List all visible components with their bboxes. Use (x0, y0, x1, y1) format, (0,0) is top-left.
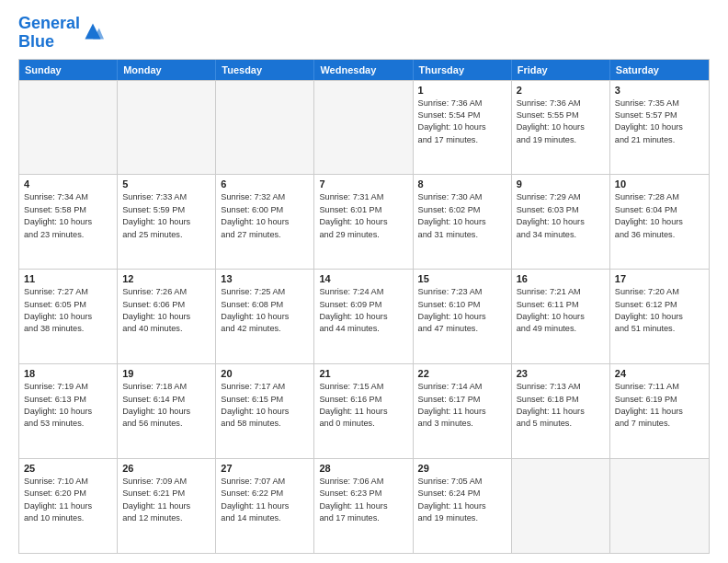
cell-line: Daylight: 10 hours (517, 311, 605, 323)
cell-line: Sunrise: 7:30 AM (418, 191, 506, 203)
cal-cell: 9Sunrise: 7:29 AMSunset: 6:03 PMDaylight… (512, 175, 610, 269)
cal-row: 25Sunrise: 7:10 AMSunset: 6:20 PMDayligh… (19, 458, 709, 553)
day-number: 19 (122, 368, 210, 379)
cal-cell: 21Sunrise: 7:15 AMSunset: 6:16 PMDayligh… (314, 364, 413, 458)
cal-cell: 18Sunrise: 7:19 AMSunset: 6:13 PMDayligh… (19, 364, 118, 458)
day-number: 29 (418, 463, 506, 474)
cell-line: and 53 minutes. (24, 418, 112, 430)
cal-cell: 29Sunrise: 7:05 AMSunset: 6:24 PMDayligh… (414, 459, 512, 553)
cal-cell: 4Sunrise: 7:34 AMSunset: 5:58 PMDaylight… (19, 175, 118, 269)
cell-line: Sunrise: 7:31 AM (319, 191, 407, 203)
day-number: 5 (122, 178, 210, 190)
cell-line: Sunrise: 7:26 AM (122, 286, 210, 298)
cell-line: and 40 minutes. (122, 323, 210, 335)
logo-icon (82, 20, 104, 42)
cell-line: and 3 minutes. (418, 418, 506, 430)
cell-line: Daylight: 10 hours (221, 216, 309, 228)
calendar-body: 1Sunrise: 7:36 AMSunset: 5:54 PMDaylight… (19, 80, 709, 553)
cell-line: Sunrise: 7:05 AM (418, 476, 506, 488)
cell-line: Sunset: 6:24 PM (418, 488, 506, 500)
cell-line: Sunset: 6:14 PM (122, 394, 210, 406)
cell-line: Daylight: 10 hours (517, 121, 605, 133)
cell-line: Sunrise: 7:23 AM (418, 286, 506, 298)
day-number: 13 (221, 273, 309, 284)
cell-line: Daylight: 10 hours (24, 406, 112, 418)
day-number: 11 (24, 273, 112, 284)
cal-cell: 3Sunrise: 7:35 AMSunset: 5:57 PMDaylight… (610, 81, 709, 175)
cell-line: and 23 minutes. (24, 229, 112, 241)
cell-line: Sunrise: 7:36 AM (418, 98, 506, 109)
cal-cell: 6Sunrise: 7:32 AMSunset: 6:00 PMDaylight… (216, 175, 314, 269)
day-number: 20 (221, 368, 309, 379)
cell-line: and 17 minutes. (418, 134, 506, 146)
cell-line: Daylight: 10 hours (319, 216, 407, 228)
cell-line: Sunset: 5:58 PM (24, 204, 112, 216)
cell-line: Sunrise: 7:13 AM (517, 381, 605, 393)
cell-line: Sunrise: 7:28 AM (615, 191, 704, 203)
cal-cell (19, 81, 118, 175)
cell-line: and 36 minutes. (615, 229, 704, 241)
cell-line: Sunset: 6:04 PM (615, 204, 704, 216)
cell-line: Sunrise: 7:19 AM (24, 381, 112, 393)
cell-line: Sunrise: 7:33 AM (122, 191, 210, 203)
cell-line: Daylight: 11 hours (24, 500, 112, 512)
cell-line: Sunset: 6:03 PM (517, 204, 605, 216)
cell-line: Sunset: 5:54 PM (418, 109, 506, 121)
cell-line: Sunset: 6:06 PM (122, 299, 210, 311)
cal-cell: 24Sunrise: 7:11 AMSunset: 6:19 PMDayligh… (610, 364, 709, 458)
cell-line: Sunset: 6:11 PM (517, 299, 605, 311)
cal-cell: 16Sunrise: 7:21 AMSunset: 6:11 PMDayligh… (512, 270, 610, 363)
cell-line: Sunrise: 7:36 AM (517, 98, 605, 109)
cal-header-cell: Saturday (610, 60, 709, 80)
day-number: 14 (319, 273, 407, 284)
cell-line: Sunset: 5:59 PM (122, 204, 210, 216)
cell-line: and 12 minutes. (122, 512, 210, 524)
day-number: 4 (24, 178, 112, 190)
cell-line: Sunset: 6:20 PM (24, 488, 112, 500)
cal-cell (216, 81, 314, 175)
cell-line: Sunrise: 7:10 AM (24, 476, 112, 488)
cal-cell: 2Sunrise: 7:36 AMSunset: 5:55 PMDaylight… (512, 81, 610, 175)
cell-line: and 42 minutes. (221, 323, 309, 335)
day-number: 3 (615, 85, 704, 96)
cell-line: Sunset: 6:16 PM (319, 394, 407, 406)
cal-header-cell: Friday (512, 60, 610, 80)
cell-line: Sunrise: 7:25 AM (221, 286, 309, 298)
cell-line: Sunset: 6:22 PM (221, 488, 309, 500)
cell-line: Daylight: 10 hours (24, 311, 112, 323)
day-number: 7 (319, 178, 407, 190)
cell-line: Daylight: 10 hours (615, 311, 704, 323)
cell-line: and 27 minutes. (221, 229, 309, 241)
cell-line: Sunset: 6:21 PM (122, 488, 210, 500)
cal-cell: 28Sunrise: 7:06 AMSunset: 6:23 PMDayligh… (314, 459, 413, 553)
cell-line: Sunset: 6:19 PM (615, 394, 704, 406)
cal-cell: 25Sunrise: 7:10 AMSunset: 6:20 PMDayligh… (19, 459, 118, 553)
cell-line: Daylight: 11 hours (517, 406, 605, 418)
cal-cell: 8Sunrise: 7:30 AMSunset: 6:02 PMDaylight… (414, 175, 512, 269)
cal-row: 11Sunrise: 7:27 AMSunset: 6:05 PMDayligh… (19, 269, 709, 363)
cell-line: and 25 minutes. (122, 229, 210, 241)
cal-cell: 12Sunrise: 7:26 AMSunset: 6:06 PMDayligh… (118, 270, 216, 363)
cal-cell: 14Sunrise: 7:24 AMSunset: 6:09 PMDayligh… (314, 270, 413, 363)
cell-line: Sunrise: 7:11 AM (615, 381, 704, 393)
cell-line: Daylight: 10 hours (122, 311, 210, 323)
day-number: 1 (418, 85, 506, 96)
cell-line: Daylight: 11 hours (319, 406, 407, 418)
day-number: 8 (418, 178, 506, 190)
cell-line: and 17 minutes. (319, 512, 407, 524)
cal-cell (610, 459, 709, 553)
cell-line: and 0 minutes. (319, 418, 407, 430)
cell-line: Daylight: 10 hours (24, 216, 112, 228)
cell-line: Sunrise: 7:24 AM (319, 286, 407, 298)
cell-line: and 38 minutes. (24, 323, 112, 335)
cal-cell: 13Sunrise: 7:25 AMSunset: 6:08 PMDayligh… (216, 270, 314, 363)
cell-line: and 51 minutes. (615, 323, 704, 335)
cal-cell (314, 81, 413, 175)
cell-line: and 29 minutes. (319, 229, 407, 241)
cal-cell (118, 81, 216, 175)
cell-line: Sunrise: 7:06 AM (319, 476, 407, 488)
cal-cell: 11Sunrise: 7:27 AMSunset: 6:05 PMDayligh… (19, 270, 118, 363)
cell-line: Daylight: 10 hours (615, 216, 704, 228)
cell-line: Sunset: 6:02 PM (418, 204, 506, 216)
cell-line: Sunrise: 7:09 AM (122, 476, 210, 488)
